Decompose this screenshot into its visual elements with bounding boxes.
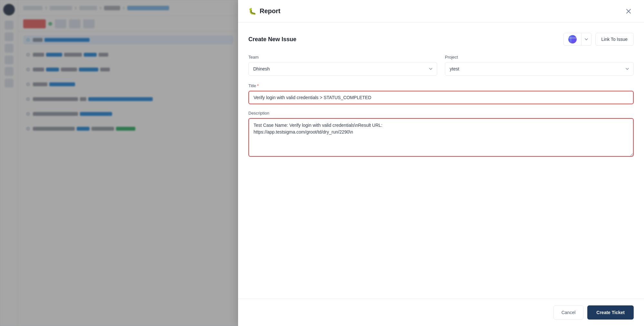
team-project-row: Team Dhinesh Project ytest [248,55,634,76]
modal-header: 🐛 Report [238,0,644,23]
section-header: Create New Issue Link To Issue [248,33,634,46]
modal-footer: Cancel Create Ticket [238,299,644,326]
project-select[interactable]: ytest [445,62,634,76]
create-new-issue-title: Create New Issue [248,36,296,43]
modal-title: Report [260,7,280,15]
title-label-text: Title [248,83,256,88]
close-button[interactable] [623,6,634,16]
team-group: Team Dhinesh [248,55,437,76]
project-group: Project ytest [445,55,634,76]
title-label-container: Title * [248,83,634,88]
report-modal: 🐛 Report Create New Issue Link T [238,0,644,326]
modal-header-left: 🐛 Report [248,7,280,15]
close-icon [626,9,631,14]
create-ticket-button[interactable]: Create Ticket [587,305,634,320]
cancel-button[interactable]: Cancel [553,305,584,320]
tracker-selector[interactable] [563,33,582,46]
team-select[interactable]: Dhinesh [248,62,437,76]
required-star: * [257,83,259,88]
tracker-dropdown-button[interactable] [582,33,591,46]
tracker-selector-group: Link To Issue [563,33,634,46]
project-label: Project [445,55,634,60]
modal-body: Create New Issue Link To Issue Team Dhin… [238,23,644,299]
team-label: Team [248,55,437,60]
tracker-logo [568,35,577,43]
link-to-issue-button[interactable]: Link To Issue [595,33,634,46]
description-section: Description Test Case Name: Verify login… [248,111,634,158]
bug-icon: 🐛 [248,7,256,15]
chevron-down-icon [585,38,588,40]
description-textarea[interactable]: Test Case Name: Verify login with valid … [248,118,634,157]
title-section: Title * [248,83,634,104]
title-input[interactable] [248,91,634,104]
description-label: Description [248,111,634,116]
